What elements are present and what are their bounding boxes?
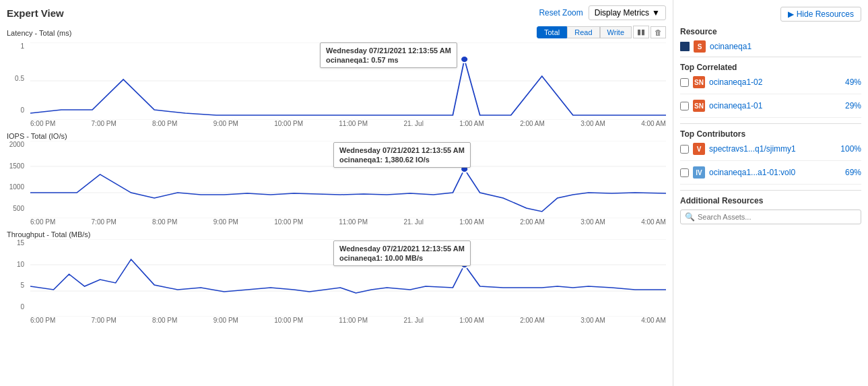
contributor-link-1[interactable]: spectravs1...q1/sjimmy1	[709, 144, 796, 154]
correlated-badge-2: SN	[693, 100, 705, 112]
correlated-checkbox-2[interactable]	[680, 102, 689, 110]
resource-color-square	[680, 42, 690, 51]
tab-write[interactable]: Write	[600, 26, 632, 38]
divider-1	[680, 57, 861, 57]
correlated-item-1: SN ocinaneqa1-02 49%	[680, 76, 861, 94]
search-icon: 🔍	[685, 212, 695, 222]
resource-section-label: Resource	[680, 27, 861, 36]
contributor-item-2: lV ocinaneqa1...a1-01:vol0 69%	[680, 166, 861, 185]
right-panel: ▶ Hide Resources Resource S ocinaneqa1 T…	[673, 0, 868, 386]
divider-2	[680, 123, 861, 124]
iops-chart-section: IOPS - Total (IO/s) 2000 1500 1000 500	[7, 131, 666, 226]
tab-total[interactable]: Total	[537, 26, 567, 38]
latency-y-axis: 1 0.5 0	[7, 42, 27, 114]
page-header: Expert View Reset Zoom Display Metrics ▼	[7, 5, 666, 20]
contributor-checkbox-1[interactable]	[680, 145, 689, 154]
contributor-badge-1: V	[693, 143, 705, 155]
contributor-item-1: V spectravs1...q1/sjimmy1 100%	[680, 143, 861, 161]
svg-point-8	[461, 166, 469, 172]
latency-x-axis: 6:00 PM 7:00 PM 8:00 PM 9:00 PM 10:00 PM…	[7, 120, 666, 127]
delete-icon-button[interactable]: 🗑	[650, 26, 666, 38]
contributor-badge-2: lV	[693, 166, 705, 179]
tab-read[interactable]: Read	[567, 26, 599, 38]
latency-chart-svg	[30, 42, 666, 120]
iops-x-axis: 6:00 PM 7:00 PM 8:00 PM 9:00 PM 10:00 PM…	[7, 218, 666, 226]
contributor-pct-2: 69%	[845, 168, 861, 177]
iops-chart-svg	[30, 141, 666, 218]
additional-resources-label: Additional Resources	[680, 196, 861, 205]
svg-point-13	[461, 261, 469, 268]
contributor-pct-1: 100%	[840, 144, 861, 154]
copy-icon-button[interactable]: ▮▮	[633, 26, 649, 38]
top-correlated-label: Top Correlated	[680, 63, 861, 72]
latency-chart-section: Latency - Total (ms) Total Read Write ▮▮…	[7, 26, 666, 127]
search-assets-input[interactable]	[698, 213, 857, 221]
throughput-x-axis: 6:00 PM 7:00 PM 8:00 PM 9:00 PM 10:00 PM…	[7, 317, 666, 324]
contributor-checkbox-2[interactable]	[680, 168, 689, 177]
contributor-link-2[interactable]: ocinaneqa1...a1-01:vol0	[709, 168, 795, 177]
resource-badge-s: S	[694, 40, 706, 53]
resource-item-main: S ocinaneqa1	[680, 40, 861, 53]
reset-zoom-button[interactable]: Reset Zoom	[539, 8, 582, 18]
correlated-pct-1: 49%	[845, 77, 861, 87]
svg-point-3	[461, 56, 469, 63]
iops-y-axis: 2000 1500 1000 500	[7, 141, 27, 212]
latency-chart-wrapper: 1 0.5 0	[7, 42, 666, 127]
throughput-chart-section: Throughput - Total (MB/s) 15 10 5 0	[7, 230, 666, 324]
latency-chart-title: Latency - Total (ms)	[7, 29, 71, 37]
correlated-link-1[interactable]: ocinaneqa1-02	[709, 77, 762, 87]
throughput-chart-wrapper: 15 10 5 0	[7, 239, 666, 324]
throughput-chart-svg	[30, 239, 666, 317]
iops-chart-wrapper: 2000 1500 1000 500	[7, 141, 666, 226]
page-title: Expert View	[7, 7, 64, 19]
divider-3	[680, 190, 861, 191]
header-controls: Reset Zoom Display Metrics ▼	[539, 5, 666, 20]
chevron-down-icon: ▼	[652, 8, 660, 18]
correlated-link-2[interactable]: ocinaneqa1-01	[709, 101, 762, 110]
chart-tab-group: Total Read Write ▮▮ 🗑	[537, 26, 666, 38]
correlated-pct-2: 29%	[845, 101, 861, 110]
correlated-badge-1: SN	[693, 76, 705, 88]
top-contributors-label: Top Contributors	[680, 129, 861, 139]
throughput-y-axis: 15 10 5 0	[7, 239, 27, 311]
search-assets-box[interactable]: 🔍	[680, 210, 861, 224]
resource-link-main[interactable]: ocinaneqa1	[710, 42, 752, 51]
hide-resources-button[interactable]: ▶ Hide Resources	[780, 7, 861, 22]
play-icon: ▶	[788, 9, 794, 19]
correlated-checkbox-1[interactable]	[680, 78, 689, 87]
iops-chart-title: IOPS - Total (IO/s)	[7, 132, 67, 140]
correlated-item-2: SN ocinaneqa1-01 29%	[680, 100, 861, 118]
throughput-chart-title: Throughput - Total (MB/s)	[7, 230, 91, 238]
display-metrics-button[interactable]: Display Metrics ▼	[589, 5, 666, 20]
